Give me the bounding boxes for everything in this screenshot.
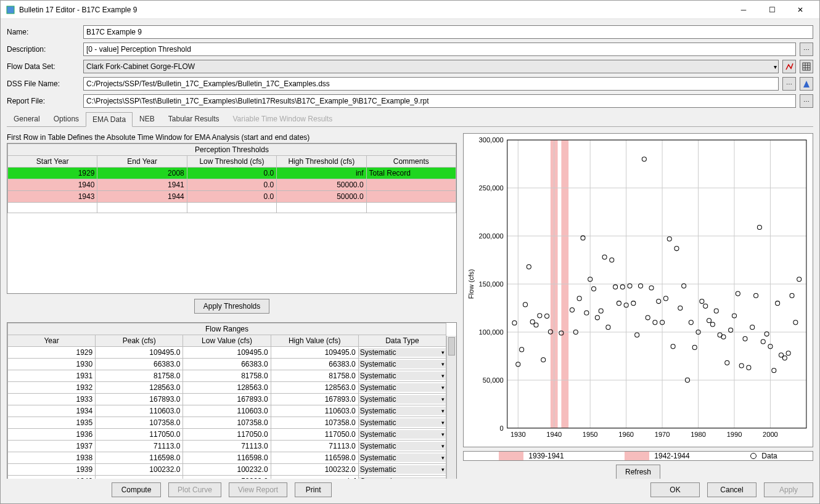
flow-row[interactable]: 193771113.071113.071113.0Systematic▾ xyxy=(8,441,446,452)
left-pane: First Row in Table Defines the Absolute … xyxy=(7,133,457,475)
perception-table-wrap: Perception Thresholds Start Year End Yea… xyxy=(7,143,457,294)
svg-point-72 xyxy=(638,284,642,288)
dss-file-input[interactable] xyxy=(83,77,779,91)
svg-point-110 xyxy=(776,301,780,306)
data-type-select[interactable]: Censored▾ xyxy=(359,477,446,479)
data-type-select[interactable]: Systematic▾ xyxy=(359,465,446,474)
tab-ema-data[interactable]: EMA Data xyxy=(86,112,133,127)
print-button[interactable]: Print xyxy=(295,482,332,497)
svg-text:1970: 1970 xyxy=(655,431,670,438)
col-high-value[interactable]: High Value (cfs) xyxy=(271,335,358,347)
legend-swatch-1939-1941 xyxy=(499,452,523,460)
col-data-type[interactable]: Data Type xyxy=(358,335,446,347)
data-type-select[interactable]: Systematic▾ xyxy=(359,383,446,392)
bottom-bar: Compute Plot Curve View Report Print OK … xyxy=(1,479,819,503)
perception-row[interactable]: 192920080.0infTotal Record xyxy=(8,168,456,179)
name-input[interactable] xyxy=(83,25,813,39)
flow-scatter-chart[interactable]: 050,000100,000150,000200,000250,000300,0… xyxy=(463,133,813,447)
legend-swatch-1942-1944 xyxy=(625,452,649,460)
flow-row[interactable]: 1935107358.0107358.0107358.0Systematic▾ xyxy=(8,417,446,429)
col-low-value[interactable]: Low Value (cfs) xyxy=(183,335,271,347)
col-year[interactable]: Year xyxy=(8,335,96,347)
maximize-button[interactable]: ☐ xyxy=(758,1,786,19)
minimize-button[interactable]: ─ xyxy=(729,1,758,19)
svg-point-107 xyxy=(765,332,769,336)
data-type-select[interactable]: Systematic▾ xyxy=(359,360,446,368)
col-start-year[interactable]: Start Year xyxy=(8,156,97,168)
svg-rect-1 xyxy=(803,63,810,70)
svg-point-67 xyxy=(620,285,625,289)
dss-file-browse-button[interactable]: ⋯ xyxy=(782,77,796,91)
close-button[interactable]: ✕ xyxy=(786,1,814,19)
legend-label-1942-1944: 1942-1944 xyxy=(654,452,689,460)
perception-table[interactable]: Perception Thresholds Start Year End Yea… xyxy=(7,144,456,213)
col-low-threshold[interactable]: Low Threshold (cfs) xyxy=(187,156,276,168)
data-type-select[interactable]: Systematic▾ xyxy=(359,418,446,427)
data-type-select[interactable]: Systematic▾ xyxy=(359,348,446,357)
svg-point-114 xyxy=(790,293,794,298)
svg-point-112 xyxy=(782,356,787,360)
data-type-select[interactable]: Systematic▾ xyxy=(359,430,446,439)
tab-neb[interactable]: NEB xyxy=(133,112,162,126)
apply-thresholds-button[interactable]: Apply Thresholds xyxy=(194,299,270,314)
svg-point-47 xyxy=(534,323,538,327)
dss-plot-button[interactable] xyxy=(800,77,813,91)
flow-ranges-title: Flow Ranges xyxy=(8,323,446,335)
col-peak[interactable]: Peak (cfs) xyxy=(96,335,183,347)
plot-flow-button[interactable] xyxy=(782,60,796,73)
tabs: General Options EMA Data NEB Tabular Res… xyxy=(7,112,813,127)
tab-general[interactable]: General xyxy=(7,112,47,126)
tab-content: First Row in Table Defines the Absolute … xyxy=(1,129,819,479)
svg-point-64 xyxy=(610,258,614,262)
svg-text:250,000: 250,000 xyxy=(479,184,504,192)
flow-row[interactable]: 1929109495.0109495.0109495.0Systematic▾ xyxy=(8,347,446,359)
description-input[interactable] xyxy=(83,43,796,56)
data-type-select[interactable]: Systematic▾ xyxy=(359,407,446,415)
data-type-select[interactable]: Systematic▾ xyxy=(359,442,446,450)
app-window: Bulletin 17 Editor - B17C Example 9 ─ ☐ … xyxy=(0,0,820,504)
description-more-button[interactable]: ⋯ xyxy=(800,43,813,56)
col-comments[interactable]: Comments xyxy=(366,156,456,168)
flow-row[interactable]: 1938116598.0116598.0116598.0Systematic▾ xyxy=(8,452,446,464)
flow-ranges-table[interactable]: Flow Ranges Year Peak (cfs) Low Value (c… xyxy=(7,323,446,479)
flow-row[interactable]: 1939100232.0100232.0100232.0Systematic▾ xyxy=(8,464,446,476)
svg-point-99 xyxy=(736,291,740,296)
svg-point-48 xyxy=(538,314,542,318)
flow-row[interactable]: 193181758.081758.081758.0Systematic▾ xyxy=(8,370,446,382)
perception-row[interactable]: 194019410.050000.0 xyxy=(8,179,456,191)
report-file-browse-button[interactable]: ⋯ xyxy=(800,94,813,108)
flow-table-button[interactable] xyxy=(800,60,813,73)
svg-point-89 xyxy=(700,299,704,304)
perception-row[interactable]: 194319440.050000.0 xyxy=(8,191,456,203)
flow-dataset-select[interactable]: Clark Fork-Cabinet Gorge-FLOW ▾ xyxy=(83,60,779,73)
ok-button[interactable]: OK xyxy=(650,482,700,497)
data-type-select[interactable]: Systematic▾ xyxy=(359,395,446,404)
tab-options[interactable]: Options xyxy=(47,112,86,126)
flow-row[interactable]: 1933167893.0167893.0167893.0Systematic▾ xyxy=(8,394,446,405)
flow-row[interactable]: 193066383.066383.066383.0Systematic▾ xyxy=(8,359,446,370)
report-file-input[interactable] xyxy=(83,94,796,108)
flow-table-scrollbar[interactable] xyxy=(446,336,456,479)
svg-point-70 xyxy=(631,301,636,306)
svg-point-77 xyxy=(657,299,661,304)
compute-button[interactable]: Compute xyxy=(112,482,161,497)
col-end-year[interactable]: End Year xyxy=(97,156,187,168)
svg-point-113 xyxy=(786,351,790,356)
flow-row[interactable]: 1936117050.0117050.0117050.0Systematic▾ xyxy=(8,429,446,441)
svg-point-103 xyxy=(750,325,755,330)
data-type-select[interactable]: Systematic▾ xyxy=(359,453,446,462)
cancel-button[interactable]: Cancel xyxy=(707,482,756,497)
flow-row[interactable]: 194050000.0infCensored▾ xyxy=(8,476,446,479)
data-type-select[interactable]: Systematic▾ xyxy=(359,372,446,380)
plot-curve-button: Plot Curve xyxy=(168,482,221,497)
flow-row[interactable]: 1932128563.0128563.0128563.0Systematic▾ xyxy=(8,382,446,394)
tab-tabular-results[interactable]: Tabular Results xyxy=(162,112,226,126)
flow-row[interactable]: 1934110603.0110603.0110603.0Systematic▾ xyxy=(8,405,446,417)
svg-text:2000: 2000 xyxy=(763,431,778,438)
col-high-threshold[interactable]: High Threshold (cfs) xyxy=(277,156,366,168)
refresh-button[interactable]: Refresh xyxy=(616,465,660,479)
svg-point-75 xyxy=(649,286,654,290)
view-report-button: View Report xyxy=(229,482,287,497)
app-icon xyxy=(6,5,15,15)
svg-point-100 xyxy=(739,364,744,368)
